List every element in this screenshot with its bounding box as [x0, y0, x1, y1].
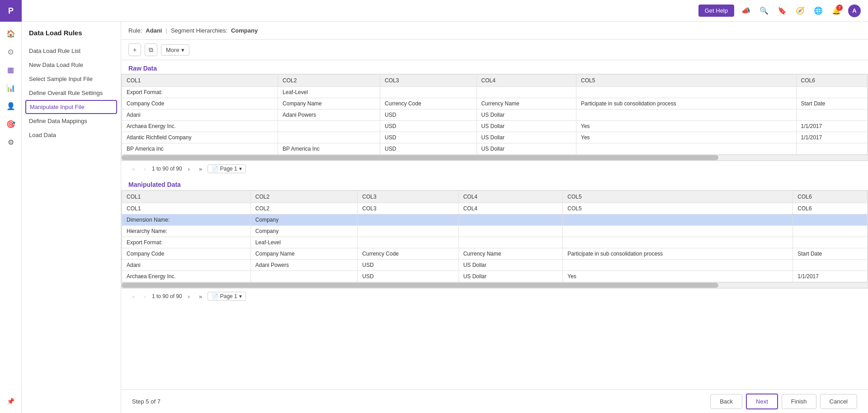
raw-col6-header: COL6 [796, 75, 868, 87]
toolbar: + ⧉ More ▾ [121, 40, 868, 60]
copy-button[interactable]: ⧉ [145, 43, 157, 56]
raw-prev-page-btn[interactable]: ‹ [140, 164, 150, 174]
table-row: Company CodeCompany NameCurrency CodeCur… [122, 248, 868, 260]
segment-label: Segment Hierarchies: [171, 27, 227, 34]
man-col5-header: COL5 [563, 191, 793, 203]
rule-header: Rule: Adani | Segment Hierarchies: Compa… [121, 22, 868, 40]
raw-first-page-btn[interactable]: « [128, 164, 138, 174]
man-prev-page-btn[interactable]: ‹ [140, 291, 150, 301]
man-col3-header: COL3 [358, 191, 458, 203]
raw-last-page-btn[interactable]: » [196, 164, 206, 174]
raw-col5-header: COL5 [576, 75, 797, 87]
manipulated-data-table: COL1 COL2 COL3 COL4 COL5 COL6 COL1COL2CO… [122, 190, 868, 282]
app-body: 🏠 ⊙ ▦ 📊 👤 🎯 ⚙ 📌 Data Load Rules Data Loa… [0, 22, 868, 413]
compass-icon[interactable]: 🧭 [794, 5, 807, 17]
manipulated-data-table-wrapper: COL1 COL2 COL3 COL4 COL5 COL6 COL1COL2CO… [121, 190, 868, 288]
sidebar-item-select-sample-input-file[interactable]: Select Sample Input File [22, 72, 121, 86]
search-icon[interactable]: 🔍 [758, 5, 770, 17]
man-last-page-btn[interactable]: » [196, 291, 206, 301]
section-content: Raw Data COL1 COL2 COL3 COL4 COL5 COL6 E… [121, 60, 868, 389]
notification-badge: 7 [836, 5, 843, 11]
sidebar-item-define-overall-rule-settings[interactable]: Define Overall Rule Settings [22, 86, 121, 100]
rule-label: Rule: [128, 27, 142, 34]
raw-col3-header: COL3 [380, 75, 476, 87]
sidebar-item-data-load-rule-list[interactable]: Data Load Rule List [22, 44, 121, 58]
raw-data-title: Raw Data [121, 60, 868, 74]
table-row: Hierarchy Name:Company [122, 226, 868, 237]
raw-col2-header: COL2 [278, 75, 380, 87]
brand-logo: P [0, 0, 22, 22]
back-button[interactable]: Back [710, 394, 742, 409]
add-button[interactable]: + [128, 43, 141, 56]
raw-data-table: COL1 COL2 COL3 COL4 COL5 COL6 Export For… [122, 74, 868, 155]
sidebar-item-new-data-load-rule[interactable]: New Data Load Rule [22, 58, 121, 72]
man-data-pagination: « ‹ 1 to 90 of 90 › » 📄 Page 1 ▾ [121, 288, 868, 304]
step-info: Step 5 of 7 [132, 398, 160, 405]
man-first-page-btn[interactable]: « [128, 291, 138, 301]
chart-icon[interactable]: 📊 [3, 80, 19, 96]
table-row: Archaea Energy Inc.USDUS DollarYes1/1/20… [122, 271, 868, 282]
raw-data-pagination: « ‹ 1 to 90 of 90 › » 📄 Page 1 ▾ [121, 161, 868, 176]
settings-icon[interactable]: ⚙ [3, 134, 19, 150]
sidebar-item-load-data[interactable]: Load Data [22, 128, 121, 142]
table-row: Export Format:Leaf-Level [122, 237, 868, 248]
man-data-scrollbar[interactable] [122, 282, 868, 288]
sidebar: Data Load Rules Data Load Rule List New … [22, 22, 121, 413]
manipulated-data-title: Manipulated Data [121, 176, 868, 190]
cancel-button[interactable]: Cancel [820, 394, 857, 409]
sidebar-item-manipulate-input-file[interactable]: Manipulate Input File [25, 100, 117, 114]
bookmark-icon[interactable]: 🔖 [776, 5, 788, 17]
segment-value: Company [231, 27, 258, 34]
get-help-button[interactable]: Get Help [698, 5, 734, 17]
home-icon[interactable]: 🏠 [3, 25, 19, 42]
user-icon[interactable]: 👤 [3, 98, 19, 114]
man-col4-header: COL4 [458, 191, 563, 203]
main-content: Rule: Adani | Segment Hierarchies: Compa… [121, 22, 868, 413]
raw-col4-header: COL4 [476, 75, 576, 87]
target-icon[interactable]: 🎯 [3, 116, 19, 132]
raw-col1-header: COL1 [122, 75, 278, 87]
raw-page-range: 1 to 90 of 90 [152, 166, 182, 172]
table-row: Dimension Name:Company [122, 214, 868, 226]
avatar[interactable]: A [848, 5, 861, 17]
more-button[interactable]: More ▾ [161, 44, 189, 56]
raw-next-page-btn[interactable]: › [184, 164, 194, 174]
top-nav: P Get Help 📣 🔍 🔖 🧭 🌐 🔔 7 A [0, 0, 868, 22]
bell-icon[interactable]: 🔔 7 [830, 5, 843, 17]
table-row: BP America IncBP America IncUSDUS Dollar [122, 143, 868, 155]
table-row: Archaea Energy Inc.USDUS DollarYes1/1/20… [122, 121, 868, 132]
left-icon-nav: 🏠 ⊙ ▦ 📊 👤 🎯 ⚙ 📌 [0, 22, 22, 413]
raw-data-table-wrapper: COL1 COL2 COL3 COL4 COL5 COL6 Export For… [121, 74, 868, 161]
next-button[interactable]: Next [746, 394, 778, 409]
grid-icon[interactable]: ▦ [3, 62, 19, 78]
table-row: AdaniAdani PowersUSDUS Dollar [122, 260, 868, 271]
megaphone-icon[interactable]: 📣 [740, 5, 752, 17]
table-row: COL1COL2COL3COL4COL5COL6 [122, 203, 868, 214]
footer-bar: Step 5 of 7 Back Next Finish Cancel [121, 389, 868, 413]
sidebar-item-define-data-mappings[interactable]: Define Data Mappings [22, 114, 121, 128]
pin-icon[interactable]: 📌 [3, 393, 19, 409]
man-col2-header: COL2 [250, 191, 357, 203]
man-next-page-btn[interactable]: › [184, 291, 194, 301]
man-col6-header: COL6 [793, 191, 868, 203]
header-separator: | [165, 27, 167, 34]
man-page-select[interactable]: 📄 Page 1 ▾ [208, 292, 246, 301]
table-row: Atlantic Richfield CompanyUSDUS DollarYe… [122, 132, 868, 143]
circle-icon[interactable]: ⊙ [3, 43, 19, 60]
table-row: Export Format:Leaf-Level [122, 87, 868, 98]
man-page-range: 1 to 90 of 90 [152, 293, 182, 299]
raw-page-select[interactable]: 📄 Page 1 ▾ [208, 164, 246, 173]
man-col1-header: COL1 [122, 191, 251, 203]
table-row: Company CodeCompany NameCurrency CodeCur… [122, 98, 868, 109]
raw-data-scrollbar[interactable] [122, 155, 868, 160]
sidebar-title: Data Load Rules [22, 29, 121, 44]
rule-name: Adani [146, 27, 162, 34]
table-row: AdaniAdani PowersUSDUS Dollar [122, 109, 868, 121]
globe-icon[interactable]: 🌐 [812, 5, 825, 17]
finish-button[interactable]: Finish [782, 394, 816, 409]
